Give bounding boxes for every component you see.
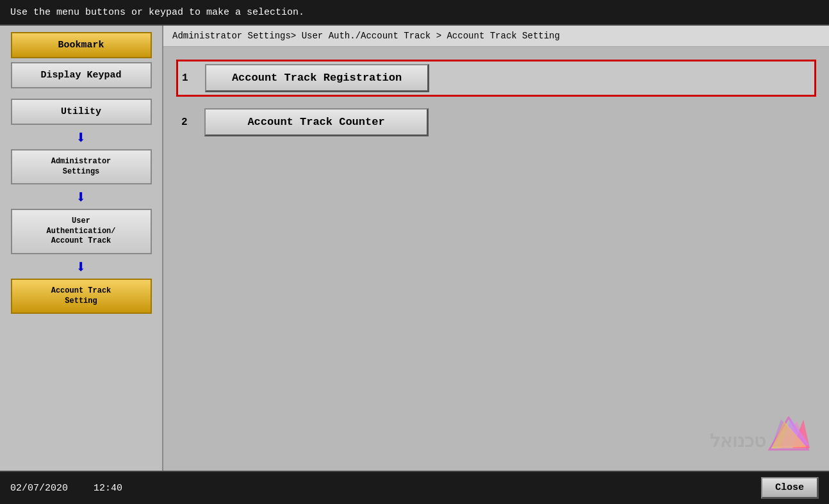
watermark: טכנואל [710,416,810,451]
menu-content: 1 Account Track Registration 2 Account T… [163,47,829,471]
date-display: 02/07/2020 [10,483,68,494]
menu-item-1-wrapper[interactable]: 1 Account Track Registration [176,60,816,97]
account-track-setting-button[interactable]: Account TrackSetting [11,279,152,314]
utility-button[interactable]: Utility [11,99,152,125]
instruction-bar: Use the menu buttons or keypad to make a… [0,0,829,26]
bookmark-button[interactable]: Bookmark [11,32,152,58]
watermark-text: טכנואל [710,430,766,451]
display-keypad-button[interactable]: Display Keypad [11,62,152,88]
time-display: 12:40 [94,483,122,494]
status-left: 02/07/2020 12:40 [10,483,122,494]
admin-settings-button[interactable]: AdministratorSettings [11,149,152,184]
watermark-area: טכנואל [176,148,816,458]
close-button[interactable]: Close [761,477,819,499]
arrow-down-3: ⬇ [11,259,152,277]
account-track-counter-button[interactable]: Account Track Counter [204,108,429,136]
instruction-text: Use the menu buttons or keypad to make a… [10,7,304,18]
account-track-registration-button[interactable]: Account Track Registration [205,64,429,92]
menu-number-2: 2 [181,117,197,128]
arrow-down-1: ⬇ [11,130,152,148]
arrow-down-2: ⬇ [11,190,152,207]
sidebar: Bookmark Display Keypad Utility ⬇ Admini… [0,26,163,471]
content-area: Administrator Settings> User Auth./Accou… [163,26,829,471]
breadcrumb: Administrator Settings> User Auth./Accou… [163,26,829,47]
status-bar: 02/07/2020 12:40 Close [0,471,829,504]
menu-number-1: 1 [182,72,197,84]
logo-icon [768,416,810,451]
menu-item-2-wrapper[interactable]: 2 Account Track Counter [176,104,816,140]
user-auth-button[interactable]: UserAuthentication/Account Track [11,209,152,254]
